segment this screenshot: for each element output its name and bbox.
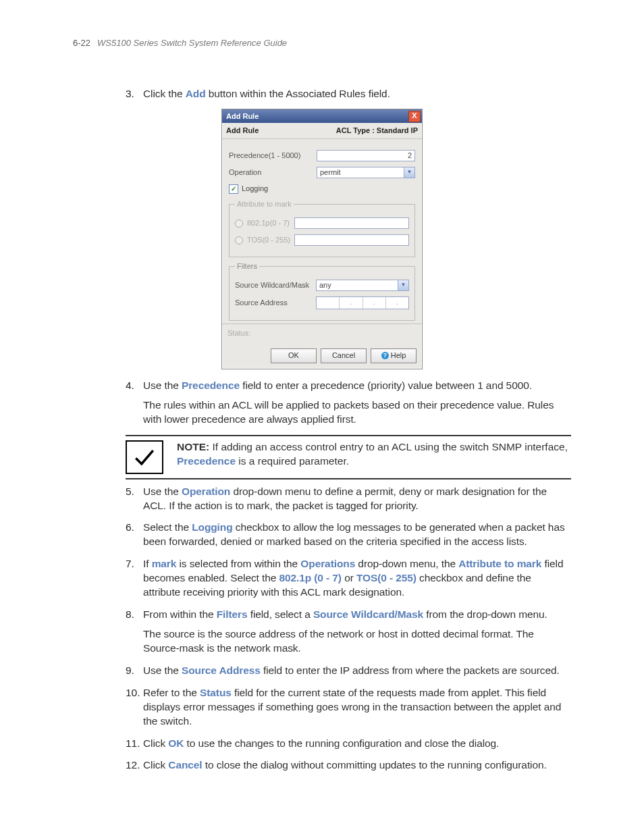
step-12: 12. Click Cancel to close the dialog wit… <box>126 758 571 773</box>
source-address-input[interactable]: ... <box>316 296 409 309</box>
logging-checkbox[interactable] <box>229 184 238 194</box>
dialog-titlebar: Add Rule X <box>222 109 422 123</box>
step-5: 5. Use the Operation drop-down menu to d… <box>126 485 571 513</box>
mark-keyword: mark <box>152 558 177 569</box>
operation-combo[interactable]: permit ▼ <box>317 167 415 178</box>
step-8: 8. From within the Filters field, select… <box>126 608 571 656</box>
help-button[interactable]: ?Help <box>371 348 417 363</box>
precedence-keyword: Precedence <box>182 380 240 391</box>
doc-title: WS5100 Series Switch System Reference Gu… <box>97 37 287 49</box>
step-10: 10. Refer to the Status field for the cu… <box>126 686 571 729</box>
step-8-extra: The source is the source address of the … <box>143 627 571 656</box>
status-bar: Status: <box>222 323 422 344</box>
step-number: 8. <box>126 608 143 656</box>
running-header: 6-22 WS5100 Series Switch System Referen… <box>73 37 571 49</box>
operations-keyword: Operations <box>300 558 355 569</box>
step-9: 9. Use the Source Address field to enter… <box>126 664 571 678</box>
cancel-button[interactable]: Cancel <box>321 348 367 363</box>
filters-legend: Filters <box>235 261 259 271</box>
attribute-to-mark-group: Attribute to mark 802.1p(0 - 7) TOS(0 - … <box>229 199 415 257</box>
operation-keyword: Operation <box>182 486 230 497</box>
logging-keyword: Logging <box>192 521 232 533</box>
swm-combo[interactable]: any ▼ <box>316 280 409 291</box>
step-number: 5. <box>126 485 143 513</box>
add-keyword: Add <box>186 88 206 99</box>
tos-keyword: TOS(0 - 255) <box>356 572 417 583</box>
step-number: 12. <box>126 758 143 773</box>
step-number: 3. <box>126 87 143 101</box>
step-7: 7. If mark is selected from within the O… <box>126 557 571 600</box>
source-address-keyword: Source Address <box>182 664 261 676</box>
step-number: 7. <box>126 557 143 600</box>
8021p-label: 802.1p(0 - 7) <box>247 218 294 228</box>
page: 6-22 WS5100 Series Switch System Referen… <box>0 0 644 834</box>
step-4-extra: The rules within an ACL will be applied … <box>143 398 571 427</box>
attribute-legend: Attribute to mark <box>235 199 294 209</box>
attribute-to-mark-keyword: Attribute to mark <box>458 558 541 569</box>
cancel-keyword: Cancel <box>168 759 202 771</box>
precedence-row: Precedence(1 - 5000) 2 <box>229 150 415 161</box>
step-number: 11. <box>126 737 143 751</box>
note-label: NOTE: <box>177 441 209 452</box>
operation-row: Operation permit ▼ <box>229 167 415 178</box>
filters-keyword: Filters <box>217 608 248 620</box>
precedence-input[interactable]: 2 <box>317 150 415 161</box>
precedence-label: Precedence(1 - 5000) <box>229 151 317 161</box>
tos-label: TOS(0 - 255) <box>247 235 294 245</box>
tos-input[interactable] <box>294 234 409 246</box>
8021p-input[interactable] <box>294 217 409 229</box>
source-address-label: Source Address <box>235 298 316 308</box>
subheader-right: ACL Type : Standard IP <box>336 126 418 136</box>
tos-radio[interactable] <box>235 236 243 244</box>
dialog-buttons: OK Cancel ?Help <box>222 344 422 369</box>
dialog-title: Add Rule <box>226 111 259 122</box>
ok-button[interactable]: OK <box>271 348 317 363</box>
swm-label: Source Wildcard/Mask <box>235 280 316 290</box>
dialog-figure: Add Rule X Add Rule ACL Type : Standard … <box>73 109 571 369</box>
subheader-left: Add Rule <box>226 126 259 136</box>
page-number: 6-22 <box>73 37 90 49</box>
step-6: 6. Select the Logging checkbox to allow … <box>126 521 571 549</box>
close-icon[interactable]: X <box>408 111 421 122</box>
chevron-down-icon[interactable]: ▼ <box>404 167 414 178</box>
logging-row: Logging <box>229 184 415 194</box>
note-box: NOTE: If adding an access control entry … <box>126 435 571 479</box>
checkmark-icon <box>126 440 163 474</box>
step-11: 11. Click OK to use the changes to the r… <box>126 737 571 751</box>
note-precedence-keyword: Precedence <box>177 455 236 467</box>
step-3: 3. Click the Add button within the Assoc… <box>126 87 571 101</box>
operation-label: Operation <box>229 167 317 178</box>
8021p-radio[interactable] <box>235 219 243 228</box>
status-keyword: Status <box>200 687 232 698</box>
step-number: 10. <box>126 686 143 729</box>
step-4: 4. Use the Precedence field to enter a p… <box>126 379 571 427</box>
chevron-down-icon[interactable]: ▼ <box>398 280 408 290</box>
step-number: 9. <box>126 664 143 678</box>
step-number: 4. <box>126 379 143 427</box>
8021p-keyword: 802.1p (0 - 7) <box>279 572 342 583</box>
source-wildcard-mask-keyword: Source Wildcard/Mask <box>313 608 423 620</box>
filters-group: Filters Source Wildcard/Mask any ▼ Sourc… <box>229 261 415 321</box>
dialog-subheader: Add Rule ACL Type : Standard IP <box>222 123 422 139</box>
logging-label: Logging <box>242 184 268 194</box>
ok-keyword: OK <box>168 737 184 749</box>
status-label: Status: <box>227 329 250 337</box>
add-rule-dialog: Add Rule X Add Rule ACL Type : Standard … <box>221 109 423 369</box>
step-number: 6. <box>126 521 143 549</box>
help-icon: ? <box>381 352 389 359</box>
